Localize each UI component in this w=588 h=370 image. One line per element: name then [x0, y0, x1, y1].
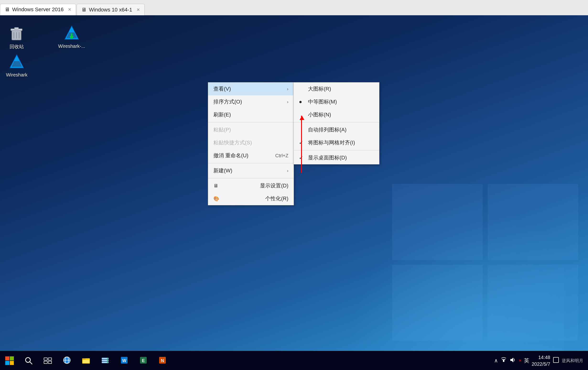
- tab-close-win10[interactable]: ✕: [136, 7, 140, 12]
- desktop[interactable]: 回收站 Wireshark-... Wireshark: [0, 15, 588, 351]
- context-menu-view[interactable]: 查看(V) ›: [208, 83, 294, 95]
- svg-rect-2: [392, 265, 483, 341]
- context-menu-undo-shortcut: Ctrl+Z: [275, 153, 288, 159]
- submenu-large-icon-label: 大图标(R): [308, 85, 331, 93]
- svg-rect-48: [503, 360, 504, 362]
- svg-rect-21: [5, 361, 9, 365]
- taskbar: W E N ∧ ✕ 英: [0, 351, 588, 370]
- tab-icon-server: 🖥: [5, 6, 10, 13]
- submenu-auto-arrange-label: 自动排列图标(A): [308, 126, 346, 133]
- submenu-large-icon[interactable]: 大图标(R): [294, 83, 379, 95]
- tray-x-icon: ✕: [518, 358, 522, 363]
- context-menu-view-arrow: ›: [287, 86, 288, 92]
- svg-text:E: E: [142, 358, 145, 363]
- wireshark-icon: [8, 53, 25, 71]
- wireshark-installer-icon: [63, 25, 80, 42]
- context-menu-sep3: [208, 178, 294, 178]
- windows-logo-watermark: [392, 184, 588, 351]
- tab-close-server[interactable]: ✕: [68, 7, 72, 12]
- svg-rect-3: [488, 265, 578, 341]
- submenu-show-desktop-icons-label: 显示桌面图标(D): [308, 154, 347, 161]
- context-menu: 查看(V) › 排序方式(O) › 刷新(E) 粘贴(P) 粘贴快捷方式(S) …: [208, 82, 294, 205]
- context-menu-display-label: 显示设置(D): [260, 182, 288, 189]
- context-menu-paste-shortcut: 粘贴快捷方式(S): [208, 136, 294, 149]
- tray-chevron-icon[interactable]: ∧: [494, 358, 498, 364]
- red-arrow-head: [300, 116, 304, 120]
- taskbar-task-view-button[interactable]: [38, 351, 57, 370]
- submenu-medium-icon[interactable]: ● 中等图标(M): [294, 95, 379, 108]
- svg-rect-51: [553, 357, 559, 363]
- view-submenu: 大图标(R) ● 中等图标(M) 小图标(N) 自动排列图标(A) ✓ 将图标与…: [294, 82, 379, 164]
- taskbar-language[interactable]: 英: [524, 357, 529, 364]
- context-menu-paste-shortcut-label: 粘贴快捷方式(S): [213, 139, 252, 146]
- context-menu-display[interactable]: 🖥 显示设置(D): [208, 179, 294, 192]
- taskbar-app-5[interactable]: E: [134, 351, 153, 370]
- desktop-icon-wireshark-installer[interactable]: Wireshark-...: [57, 25, 86, 49]
- taskbar-app-explorer[interactable]: [76, 351, 95, 370]
- recycle-bin-label: 回收站: [10, 43, 24, 50]
- context-menu-refresh-label: 刷新(E): [213, 111, 231, 118]
- context-menu-view-label: 查看(V): [213, 85, 231, 93]
- context-menu-sort-arrow: ›: [287, 99, 288, 105]
- tray-network-icon[interactable]: [500, 357, 507, 365]
- svg-rect-49: [502, 359, 505, 360]
- recycle-bin-icon: [8, 25, 25, 42]
- svg-rect-35: [83, 360, 89, 363]
- tab-bar: 🖥 Windows Server 2016 ✕ 🖥 Windows 10 x64…: [0, 0, 588, 15]
- svg-text:W: W: [122, 358, 126, 363]
- context-menu-undo[interactable]: 撤消 重命名(U) Ctrl+Z: [208, 149, 294, 162]
- svg-text:N: N: [161, 358, 164, 363]
- tab-label-server: Windows Server 2016: [12, 6, 63, 13]
- context-menu-new[interactable]: 新建(W) ›: [208, 164, 294, 177]
- submenu-align-grid[interactable]: ✓ 将图标与网格对齐(I): [294, 136, 379, 149]
- submenu-sep1: [294, 122, 379, 122]
- svg-rect-26: [48, 358, 52, 360]
- context-menu-new-arrow: ›: [287, 168, 288, 173]
- taskbar-search-button[interactable]: [19, 351, 38, 370]
- tab-windows10[interactable]: 🖥 Windows 10 x64-1 ✕: [77, 4, 145, 15]
- svg-rect-0: [392, 184, 483, 260]
- taskbar-app-server-manager[interactable]: [95, 351, 115, 370]
- taskbar-clock[interactable]: 14:48 2022/5/7: [532, 354, 550, 367]
- svg-point-39: [107, 358, 108, 359]
- context-menu-paste-label: 粘贴(P): [213, 126, 231, 133]
- context-menu-personalize[interactable]: 🎨 个性化(R): [208, 192, 294, 205]
- svg-rect-27: [44, 361, 47, 364]
- desktop-icon-recycle[interactable]: 回收站: [2, 25, 31, 50]
- display-settings-icon: 🖥: [213, 183, 218, 189]
- taskbar-app-ie[interactable]: [57, 351, 76, 370]
- wireshark-label: Wireshark: [6, 72, 28, 78]
- context-menu-refresh[interactable]: 刷新(E): [208, 108, 294, 121]
- context-menu-sort[interactable]: 排序方式(O) ›: [208, 95, 294, 108]
- svg-rect-1: [488, 184, 578, 260]
- medium-icon-check: ●: [299, 99, 305, 105]
- taskbar-date: 2022/5/7: [532, 361, 550, 367]
- taskbar-app-6[interactable]: N: [153, 351, 172, 370]
- tab-windows-server-2016[interactable]: 🖥 Windows Server 2016 ✕: [0, 4, 76, 15]
- svg-line-24: [30, 362, 32, 364]
- context-menu-new-label: 新建(W): [213, 167, 232, 174]
- taskbar-notification[interactable]: [553, 357, 559, 365]
- svg-rect-28: [48, 361, 52, 364]
- context-menu-sep1: [208, 122, 294, 122]
- taskbar-weather-text[interactable]: 逆风和明月: [562, 358, 583, 364]
- svg-rect-22: [10, 361, 14, 365]
- personalize-icon: 🎨: [213, 196, 219, 201]
- desktop-icon-wireshark[interactable]: Wireshark: [2, 53, 31, 78]
- submenu-auto-arrange[interactable]: 自动排列图标(A): [294, 123, 379, 136]
- submenu-show-desktop-icons[interactable]: ✓ 显示桌面图标(D): [294, 151, 379, 164]
- svg-rect-34: [82, 358, 85, 360]
- submenu-small-icon[interactable]: 小图标(N): [294, 108, 379, 121]
- taskbar-system-tray: ∧ ✕ 英 14:48 2022/5/7 逆风和明月: [494, 354, 588, 367]
- tray-volume-icon[interactable]: [509, 357, 516, 365]
- taskbar-start-button[interactable]: [0, 351, 19, 370]
- svg-rect-25: [44, 358, 47, 360]
- svg-rect-20: [10, 356, 14, 360]
- svg-marker-50: [510, 358, 513, 362]
- large-icon-check: [299, 86, 305, 92]
- taskbar-app-4[interactable]: W: [115, 351, 134, 370]
- svg-rect-19: [5, 356, 9, 360]
- submenu-sep2: [294, 150, 379, 150]
- wireshark-installer-label: Wireshark-...: [58, 43, 85, 49]
- svg-rect-6: [14, 28, 19, 29]
